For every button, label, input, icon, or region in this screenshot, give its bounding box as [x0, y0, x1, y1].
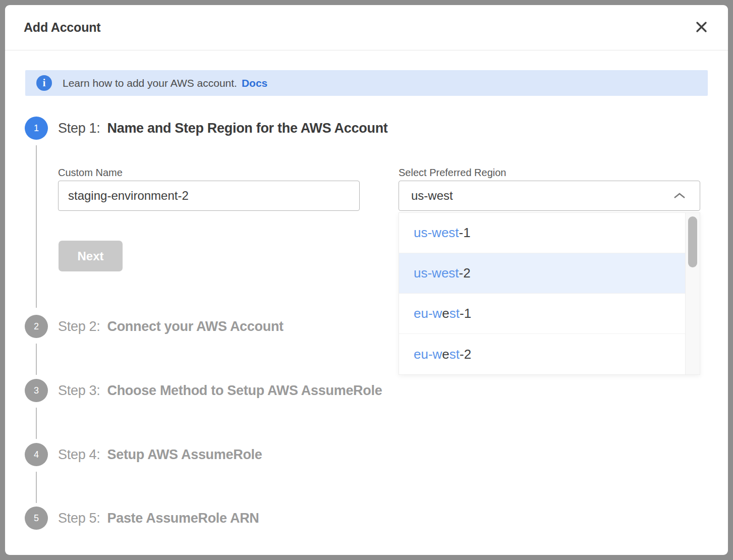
- option-matched-text: us-west: [414, 265, 459, 281]
- step-row-5: 5 Step 5: Paste AssumeRole ARN: [25, 507, 259, 530]
- custom-name-input[interactable]: [58, 181, 360, 211]
- chevron-up-icon: [673, 192, 686, 201]
- step-connector: [36, 408, 37, 439]
- region-collapse-control[interactable]: [667, 188, 692, 205]
- option-text: e: [442, 306, 449, 321]
- add-account-modal: Add Account i Learn how to add your AWS …: [5, 5, 728, 555]
- step-3-prefix: Step 3:: [58, 383, 100, 399]
- info-banner: i Learn how to add your AWS account. Doc…: [25, 70, 708, 96]
- banner-text: Learn how to add your AWS account.: [63, 77, 237, 89]
- step-4-prefix: Step 4:: [58, 447, 100, 463]
- step-4-badge: 4: [25, 443, 48, 466]
- modal-header: Add Account: [5, 5, 728, 50]
- next-button[interactable]: Next: [59, 241, 123, 271]
- region-option-eu-west-2[interactable]: eu-west-2: [399, 334, 685, 374]
- option-matched-text: us-west: [414, 225, 459, 241]
- step-4-title: Setup AWS AssumeRole: [107, 447, 262, 463]
- region-combobox-input[interactable]: [399, 181, 700, 211]
- step-1-prefix: Step 1:: [58, 121, 100, 136]
- dropdown-scrollbar-track[interactable]: [685, 213, 700, 374]
- option-text: -2: [459, 265, 471, 281]
- step-row-1: 1 Step 1: Name and Step Region for the A…: [25, 117, 388, 140]
- step-connector: [36, 344, 37, 375]
- step-2-title: Connect your AWS Account: [107, 319, 283, 334]
- modal-title: Add Account: [24, 20, 100, 35]
- option-matched-text: eu-w: [414, 347, 442, 362]
- step-connector: [36, 145, 37, 308]
- step-5-prefix: Step 5:: [58, 511, 100, 526]
- dialog-backdrop: { "window": { "title": "Add Account" }, …: [0, 0, 733, 560]
- step-row-4: 4 Step 4: Setup AWS AssumeRole: [25, 443, 262, 466]
- option-matched-text: eu-w: [414, 306, 442, 321]
- region-dropdown-panel: us-west-1us-west-2eu-west-1eu-west-2: [399, 212, 700, 375]
- option-matched-text: st: [449, 306, 460, 321]
- option-text: -2: [460, 347, 471, 362]
- step-row-2: 2 Step 2: Connect your AWS Account: [25, 315, 284, 338]
- step-5-badge: 5: [25, 507, 48, 530]
- region-options-list: us-west-1us-west-2eu-west-1eu-west-2: [399, 213, 685, 374]
- option-text: -1: [460, 306, 471, 321]
- option-text: e: [442, 347, 449, 362]
- step-1-title: Name and Step Region for the AWS Account: [107, 121, 387, 136]
- step-connector: [36, 472, 37, 503]
- step-1-badge: 1: [25, 117, 48, 140]
- region-label: Select Preferred Region: [399, 167, 506, 179]
- option-text: -1: [459, 225, 471, 241]
- region-option-us-west-2[interactable]: us-west-2: [399, 253, 685, 294]
- custom-name-label: Custom Name: [58, 167, 123, 179]
- step-2-badge: 2: [25, 315, 48, 338]
- step-2-prefix: Step 2:: [58, 319, 100, 334]
- option-matched-text: st: [449, 347, 460, 362]
- step-3-badge: 3: [25, 379, 48, 402]
- step-row-3: 3 Step 3: Choose Method to Setup AWS Ass…: [25, 379, 382, 402]
- step-5-title: Paste AssumeRole ARN: [107, 511, 259, 526]
- close-button[interactable]: [693, 19, 710, 36]
- docs-link[interactable]: Docs: [242, 77, 267, 89]
- dropdown-scrollbar-thumb[interactable]: [688, 216, 697, 267]
- info-icon: i: [36, 75, 52, 91]
- step-3-title: Choose Method to Setup AWS AssumeRole: [107, 383, 382, 399]
- region-option-eu-west-1[interactable]: eu-west-1: [399, 294, 685, 334]
- region-option-us-west-1[interactable]: us-west-1: [399, 213, 685, 253]
- close-icon: [695, 21, 708, 35]
